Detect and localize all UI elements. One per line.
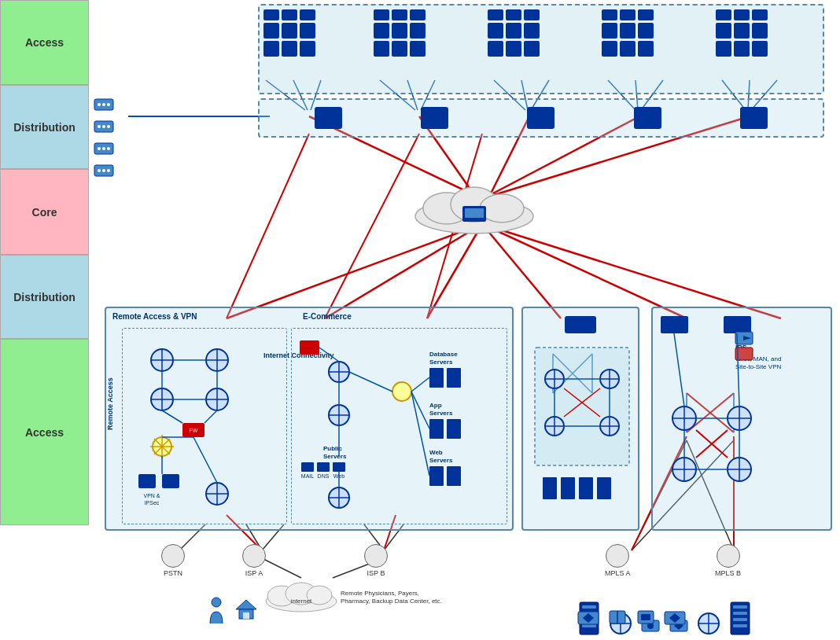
svg-line-149: [411, 392, 429, 476]
svg-point-55: [102, 103, 105, 106]
ecommerce-label: E-Commerce: [303, 312, 352, 321]
svg-point-60: [107, 125, 110, 128]
svg-line-2: [427, 224, 482, 318]
svg-rect-136: [429, 419, 444, 439]
mpls-a-circle: [606, 544, 629, 568]
svg-rect-172: [597, 477, 611, 499]
svg-point-59: [102, 125, 105, 128]
svg-line-105: [162, 410, 182, 423]
person-icon: [207, 596, 227, 623]
gateway-icon-2: [663, 605, 687, 629]
pstn-circle: [161, 544, 185, 568]
ecommerce-devices: Public Servers MAIL DNS Web Database Ser…: [292, 329, 508, 525]
mpls-a-label: MPLS A: [605, 569, 631, 577]
pstn-label: PSTN: [161, 569, 185, 577]
sidebar-label-core: Core: [32, 206, 57, 219]
svg-text:FW: FW: [190, 428, 198, 433]
remote-access-vertical-label: Remote Access: [106, 414, 114, 430]
svg-text:App: App: [429, 402, 442, 409]
wan-box: WAE IPS WAN, MAN, andSite-to-Site VPN: [651, 307, 832, 531]
svg-text:Servers: Servers: [429, 410, 453, 417]
mpls-b-area: MPLS B: [715, 544, 741, 577]
sidebar-label-distribution-bottom: Distribution: [13, 291, 76, 303]
dist-switch-2: [421, 107, 448, 129]
svg-point-58: [98, 125, 101, 128]
svg-rect-206: [243, 612, 249, 619]
svg-rect-224: [733, 612, 747, 615]
isp-a-area: ISP A: [242, 544, 266, 577]
svg-rect-122: [317, 462, 330, 472]
core-cloud-svg: [403, 173, 545, 236]
sidebar-item-distribution-bottom: Distribution: [0, 255, 89, 339]
remote-physicians-label: Remote Physicians, Payers, Pharmacy, Bac…: [341, 590, 443, 606]
svg-rect-133: [447, 368, 461, 388]
gateway-icon-1: [577, 605, 600, 629]
mpls-b-label: MPLS B: [715, 569, 741, 577]
svg-text:VPN &: VPN &: [143, 493, 160, 498]
svg-line-110: [193, 437, 217, 483]
svg-point-56: [107, 103, 110, 106]
distribution-zone: [258, 98, 824, 138]
modem-icon-2: [93, 118, 115, 134]
svg-point-54: [98, 103, 101, 106]
svg-point-67: [102, 169, 105, 172]
svg-point-203: [212, 598, 221, 607]
svg-line-148: [411, 392, 429, 429]
svg-rect-140: [429, 466, 444, 486]
svg-rect-111: [300, 340, 319, 355]
svg-line-142: [319, 348, 339, 362]
modem-icon-1: [93, 96, 115, 112]
svg-point-129: [392, 382, 411, 401]
isp-a-circle: [242, 544, 266, 568]
svg-rect-225: [733, 618, 747, 621]
sidebar-item-access-top: Access: [0, 0, 89, 85]
sidebar: Access Distribution Core Distribution Ac…: [0, 0, 89, 640]
ecommerce-inner-box: Public Servers MAIL DNS Web Database Ser…: [291, 328, 507, 524]
svg-text:internet: internet: [291, 598, 312, 605]
small-device-4-icon: [635, 606, 657, 628]
svg-rect-223: [733, 605, 747, 609]
svg-line-147: [411, 377, 429, 392]
remote-ecommerce-container: Remote Access & VPN E-Commerce Internet …: [105, 307, 514, 531]
svg-rect-233: [641, 614, 650, 620]
internet-cloud-svg: internet: [262, 574, 341, 613]
svg-point-72: [480, 194, 524, 223]
sidebar-label-access-top: Access: [25, 36, 64, 49]
middle-cluster-box: [521, 307, 639, 531]
svg-rect-120: [301, 462, 314, 472]
svg-rect-150: [535, 348, 629, 465]
svg-line-146: [349, 372, 392, 392]
svg-text:Servers: Servers: [323, 453, 347, 460]
main-diagram: Remote Access & VPN E-Commerce Internet …: [89, 0, 840, 640]
svg-text:Database: Database: [429, 351, 458, 358]
dist-switch-1: [315, 107, 342, 129]
bottom-wan-icons: [577, 598, 687, 636]
svg-rect-94: [138, 474, 156, 488]
svg-line-6: [227, 134, 309, 318]
svg-rect-173: [661, 316, 688, 333]
svg-rect-74: [465, 208, 484, 218]
svg-rect-95: [162, 474, 179, 488]
left-devices: [93, 96, 115, 178]
isp-b-circle: [364, 544, 388, 568]
modem-icon-3: [93, 140, 115, 156]
remote-access-inner-box: FW VPN & IPSec: [122, 328, 287, 524]
svg-line-3: [482, 224, 561, 318]
svg-text:DNS: DNS: [318, 473, 330, 479]
svg-marker-204: [236, 600, 256, 609]
svg-line-1: [325, 224, 482, 318]
svg-line-4: [482, 224, 687, 318]
isp-b-label: ISP B: [364, 569, 388, 577]
pstn-area: PSTN: [161, 544, 185, 577]
svg-point-63: [102, 147, 105, 150]
svg-rect-174: [724, 316, 751, 333]
svg-point-68: [107, 169, 110, 172]
sidebar-item-distribution-top: Distribution: [0, 85, 89, 169]
svg-text:MAIL: MAIL: [301, 473, 314, 479]
mpls-a-area: MPLS A: [605, 544, 631, 577]
svg-text:Web: Web: [429, 449, 443, 456]
core-cloud-area: [403, 173, 545, 236]
svg-point-66: [98, 169, 101, 172]
house-icon-area: [234, 598, 258, 624]
svg-rect-169: [543, 477, 557, 499]
